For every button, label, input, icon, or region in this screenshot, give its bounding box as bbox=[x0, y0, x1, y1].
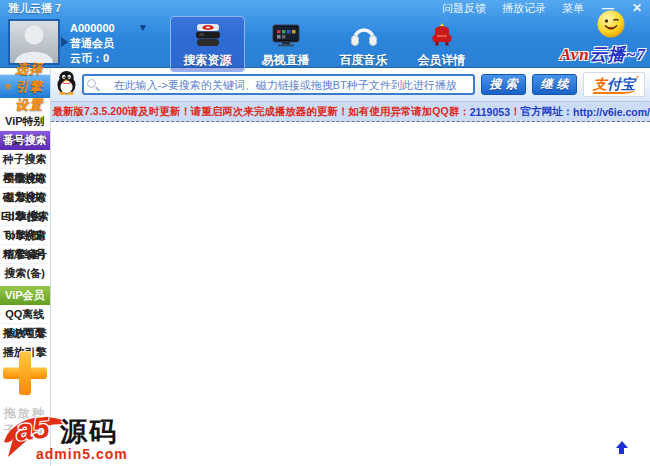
notice-text: 最新版7.3.5.200请及时更新！请重启两次来完成播放器的更新！如有使用异常请… bbox=[53, 105, 470, 119]
close-button[interactable]: ✕ bbox=[632, 1, 642, 15]
notice-site-label: 官方网址： bbox=[520, 105, 573, 119]
toolbar-label: 会员详情 bbox=[405, 52, 478, 69]
sidebar-item-qq-offline-play[interactable]: QQ离线播放引擎 bbox=[0, 305, 50, 324]
continue-button[interactable]: 继续 bbox=[532, 74, 577, 95]
scroll-to-top-button[interactable] bbox=[615, 441, 628, 454]
toolbar-baidu-music[interactable]: 百度音乐 bbox=[326, 16, 401, 72]
gear-icon bbox=[5, 79, 11, 94]
add-torrent-drop-target[interactable] bbox=[3, 351, 47, 395]
toolbar-member-details[interactable]: 会员详情 bbox=[404, 16, 479, 72]
update-notice-marquee: 最新版7.3.5.200请及时更新！请重启两次来完成播放器的更新！如有使用异常请… bbox=[51, 102, 650, 122]
menu-play-history[interactable]: 播放记录 bbox=[502, 1, 546, 16]
brand-red-text: Avn bbox=[560, 45, 590, 64]
sidebar-item-cherry-search[interactable]: 樱桃搜索引擎(快) bbox=[0, 169, 50, 188]
search-input[interactable] bbox=[82, 74, 475, 95]
search-input-wrap bbox=[82, 74, 475, 95]
play-engine-list: ViP会员播放引擎 QQ离线播放引擎 ViP网页播放引擎 bbox=[0, 286, 50, 343]
search-bar: 搜索 继续 支 付宝 ’ bbox=[51, 68, 650, 102]
avatar-callout-arrow-icon bbox=[61, 37, 68, 47]
toolbar-label: 易视直播 bbox=[249, 52, 322, 69]
sidebar-item-vip-member-play[interactable]: ViP会员播放引擎 bbox=[0, 286, 50, 305]
headphones-icon bbox=[327, 20, 400, 50]
sidebar-item-ed2k-search[interactable]: Ed2k搜索引擎(低) bbox=[0, 207, 50, 226]
account-level: 普通会员 bbox=[70, 36, 115, 51]
sidebar-item-precise-search[interactable]: 精准编号搜索(备) bbox=[0, 245, 50, 264]
account-info: A000000 普通会员 云币：0 bbox=[70, 21, 115, 66]
sidebar-item-fanhao-search[interactable]: 番号搜索引擎(快) bbox=[0, 131, 50, 150]
main-column: 搜索 继续 支 付宝 ’ 最新版7.3.5.200请及时更新！请重启两次来完成播… bbox=[51, 68, 650, 466]
toolbar-live-tv[interactable]: 易视直播 bbox=[248, 16, 323, 72]
magnifier-icon bbox=[87, 79, 96, 88]
a5-logo-text: a5 bbox=[14, 410, 51, 447]
a5-watermark-logo: a5 源码 admin5.com bbox=[2, 412, 154, 464]
account-dropdown-icon[interactable]: ▼ bbox=[138, 22, 148, 33]
sidebar-item-magnet-search[interactable]: 磁力搜索引擎(快) bbox=[0, 188, 50, 207]
alipay-swoosh-icon bbox=[593, 88, 635, 94]
qq-penguin-icon bbox=[56, 70, 77, 99]
throne-icon bbox=[405, 20, 478, 50]
notice-separator: ！ bbox=[510, 105, 521, 119]
up-arrow-icon bbox=[619, 448, 624, 454]
notice-qq-group: 2119053 bbox=[470, 106, 510, 118]
tv-icon bbox=[249, 20, 322, 50]
sidebar-item-torr-search[interactable]: Torr搜索引擎(备) bbox=[0, 226, 50, 245]
toolbar-label: 百度音乐 bbox=[327, 52, 400, 69]
smiley-icon bbox=[596, 9, 626, 43]
notice-url: http://v6ie.com/ bbox=[573, 106, 650, 118]
menu-main[interactable]: 菜单 bbox=[562, 1, 584, 16]
a5-logo-site: admin5.com bbox=[36, 446, 128, 462]
up-arrow-icon bbox=[616, 441, 628, 448]
toolbar-search-resources[interactable]: 搜索资源 bbox=[170, 16, 245, 72]
account-name: A000000 bbox=[70, 21, 115, 36]
alipay-logo[interactable]: 支 付宝 ’ bbox=[583, 72, 645, 97]
window-title: 雅儿云播 7 bbox=[8, 1, 61, 16]
sidebar-item-vip-special-search[interactable]: ViP特别搜索引擎 bbox=[0, 112, 50, 131]
plus-icon bbox=[19, 351, 31, 395]
sidebar-header: 选择引擎设置 bbox=[0, 74, 50, 98]
a5-logo-name: 源码 bbox=[60, 414, 118, 450]
toolbar-label: 搜索资源 bbox=[171, 52, 244, 69]
sidebar-item-vip-web-play[interactable]: ViP网页播放引擎 bbox=[0, 324, 50, 343]
sidebar-header-label: 选择引擎设置 bbox=[15, 60, 49, 114]
app-window: 雅儿云播 7 问题反馈 播放记录 菜单 — ✕ A000000 普通会员 云币：… bbox=[0, 0, 650, 466]
titlebar: 雅儿云播 7 问题反馈 播放记录 菜单 — ✕ bbox=[0, 0, 650, 15]
sidebar-item-torrent-search[interactable]: 种子搜索引擎(快) bbox=[0, 150, 50, 169]
alipay-tick: ’ bbox=[635, 74, 638, 84]
menu-feedback[interactable]: 问题反馈 bbox=[442, 1, 486, 16]
brand-logo: Avn云播~7 bbox=[560, 43, 646, 66]
disk-stack-icon bbox=[171, 20, 244, 50]
brand-blue-text: 云播~7 bbox=[590, 45, 646, 64]
person-silhouette-icon bbox=[10, 21, 58, 63]
app-header: 雅儿云播 7 问题反馈 播放记录 菜单 — ✕ A000000 普通会员 云币：… bbox=[0, 0, 650, 68]
search-engine-list: ViP特别搜索引擎 番号搜索引擎(快) 种子搜索引擎(快) 樱桃搜索引擎(快) … bbox=[0, 112, 50, 264]
toolbar: 搜索资源 易视直 bbox=[170, 16, 482, 72]
sidebar: 选择引擎设置 ViP特别搜索引擎 番号搜索引擎(快) 种子搜索引擎(快) 樱桃搜… bbox=[0, 68, 51, 466]
avatar[interactable] bbox=[8, 19, 60, 65]
search-button[interactable]: 搜索 bbox=[481, 74, 526, 95]
account-coins: 云币：0 bbox=[70, 51, 115, 66]
